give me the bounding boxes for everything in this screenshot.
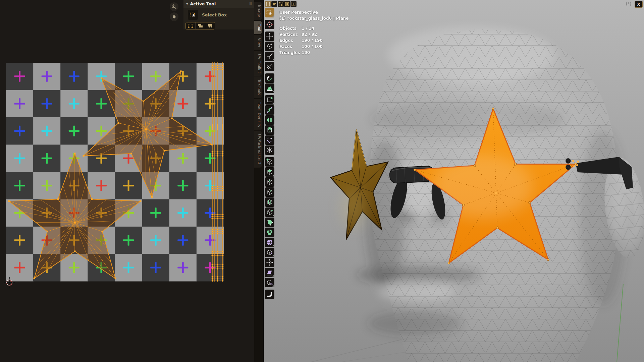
tool-rip-region-button[interactable] xyxy=(265,278,274,287)
blender-window: ▾ Active Tool ⠿ Select Box xyxy=(0,0,644,362)
tool-annotate-button[interactable] xyxy=(265,73,274,83)
panel-tab-uv-toolkit[interactable]: UV Toolkit xyxy=(254,51,262,76)
pan-hand-gizmo-icon[interactable] xyxy=(170,12,178,21)
proportional-editing-icon[interactable] xyxy=(625,1,632,8)
stat-row: Triangles180 xyxy=(279,50,348,56)
uv-editor[interactable]: ▾ Active Tool ⠿ Select Box xyxy=(0,0,263,362)
tool-scale-button[interactable] xyxy=(265,52,274,61)
tool-randomize-button[interactable] xyxy=(265,238,274,247)
tool-face-corner-button[interactable] xyxy=(265,95,274,105)
panel-tab-view[interactable]: View xyxy=(254,35,262,50)
tool-bevel-button[interactable] xyxy=(265,187,274,197)
tool-cursor-button[interactable] xyxy=(265,20,274,29)
panel-tab-uvpackmaster3[interactable]: UVPackmaster3 xyxy=(254,131,262,168)
selection-mode-buttons xyxy=(265,1,297,7)
active-tool-panel: ▾ Active Tool ⠿ Select Box xyxy=(183,0,254,29)
xray-label: X xyxy=(637,2,640,7)
viewport-toolbar xyxy=(265,8,275,300)
edge-select-button[interactable] xyxy=(278,1,284,7)
tool-edge-zigzag-button[interactable] xyxy=(265,105,274,115)
select-mode-subtract-button[interactable] xyxy=(205,22,215,29)
drag-handle-icon[interactable]: ⠿ xyxy=(249,2,252,6)
viewport-overlay-stats: User Perspective (1) rockstar_glass_lod0… xyxy=(279,9,348,56)
tool-shear-button[interactable] xyxy=(265,268,274,277)
face-select-button[interactable] xyxy=(284,1,290,7)
tool-transform-button[interactable] xyxy=(265,62,274,71)
select-mode-group xyxy=(185,22,215,29)
tool-add-cube-button[interactable] xyxy=(265,157,274,167)
panel-tab-textools[interactable]: TexTools xyxy=(254,76,262,98)
tool-rotate-button[interactable] xyxy=(265,42,274,51)
active-object-label: (1) rockstar_glass_lod0 | Plane xyxy=(279,15,348,21)
3d-viewport[interactable]: User Perspective (1) rockstar_glass_lod0… xyxy=(264,0,644,362)
select-box-tool-icon[interactable] xyxy=(188,10,198,20)
select-mode-set-button[interactable] xyxy=(186,22,196,29)
tool-shrink-fatten-button[interactable] xyxy=(265,258,274,267)
tool-loop-cut-button[interactable] xyxy=(265,197,274,207)
island-select-button[interactable] xyxy=(290,1,297,7)
tool-inset-faces-button[interactable] xyxy=(265,177,274,187)
uv-canvas[interactable] xyxy=(0,0,263,362)
panel-tab-image[interactable]: Image xyxy=(254,2,262,20)
active-tool-name: Select Box xyxy=(202,12,227,17)
panel-tab-tool[interactable]: Tool xyxy=(254,21,262,34)
panel-header[interactable]: ▾ Active Tool ⠿ xyxy=(183,0,254,8)
tool-measure-button[interactable] xyxy=(265,83,274,93)
stat-row: Edges190 / 190 xyxy=(279,38,348,44)
tool-snowflake-button[interactable] xyxy=(265,145,274,155)
zoom-gizmo-icon[interactable] xyxy=(170,2,178,11)
panel-title: Active Tool xyxy=(190,1,216,6)
xray-toggle-button[interactable]: X xyxy=(635,1,643,8)
n-panel-tabs: ImageToolViewUV ToolkitTexToolsTexel Den… xyxy=(254,0,263,362)
active-select-button[interactable] xyxy=(265,1,271,7)
panel-tab-texel-density[interactable]: Texel Density xyxy=(254,99,262,130)
tool-vertex-slide-button[interactable] xyxy=(265,248,274,257)
tool-select-box-button[interactable] xyxy=(265,8,274,17)
vertex-select-button[interactable] xyxy=(271,1,277,7)
tool-knife-button[interactable] xyxy=(265,207,274,217)
select-mode-extend-button[interactable] xyxy=(196,22,205,29)
chevron-down-icon: ▾ xyxy=(186,2,188,6)
stat-row: Vertices92 / 92 xyxy=(279,32,348,38)
stat-row: Objects1 / 14 xyxy=(279,25,348,32)
tool-poly-pen-button[interactable] xyxy=(265,135,274,145)
tool-poly-build-button[interactable] xyxy=(265,218,274,227)
view-perspective-label: User Perspective xyxy=(279,9,348,15)
tool-move-button[interactable] xyxy=(265,32,274,41)
tool-extrude-region-button[interactable] xyxy=(265,167,274,177)
stat-row: Faces100 / 100 xyxy=(279,44,348,50)
tool-corner-pipe-button[interactable] xyxy=(265,290,274,299)
tool-inset-prisms-button[interactable] xyxy=(265,115,274,125)
tool-barrel-button[interactable] xyxy=(265,125,274,135)
tool-spin-button[interactable] xyxy=(265,228,274,237)
